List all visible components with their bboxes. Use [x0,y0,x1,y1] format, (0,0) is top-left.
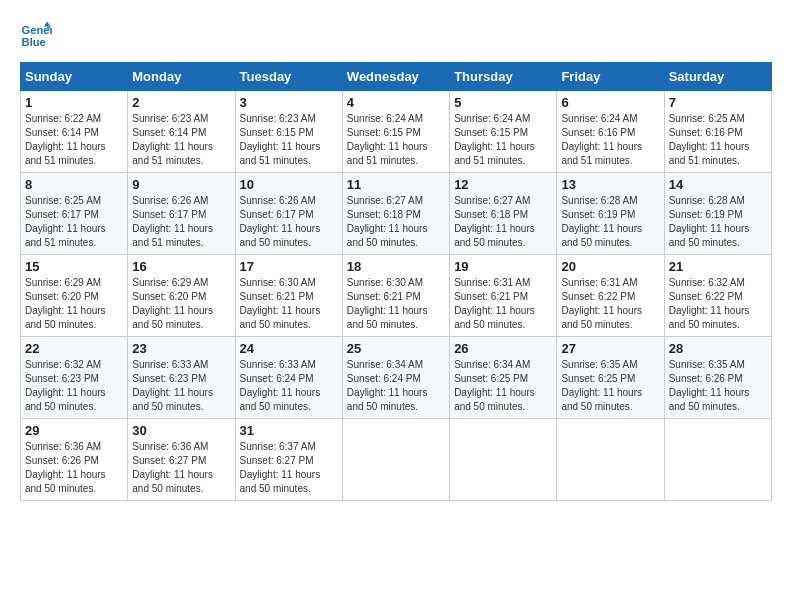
day-info: Sunrise: 6:33 AM Sunset: 6:24 PM Dayligh… [240,358,338,414]
day-info: Sunrise: 6:24 AM Sunset: 6:16 PM Dayligh… [561,112,659,168]
svg-text:Blue: Blue [22,36,46,48]
day-number: 6 [561,95,659,110]
day-number: 8 [25,177,123,192]
calendar-cell: 17Sunrise: 6:30 AM Sunset: 6:21 PM Dayli… [235,255,342,337]
day-info: Sunrise: 6:36 AM Sunset: 6:26 PM Dayligh… [25,440,123,496]
day-info: Sunrise: 6:24 AM Sunset: 6:15 PM Dayligh… [454,112,552,168]
day-number: 11 [347,177,445,192]
day-number: 9 [132,177,230,192]
day-info: Sunrise: 6:28 AM Sunset: 6:19 PM Dayligh… [561,194,659,250]
calendar-cell: 9Sunrise: 6:26 AM Sunset: 6:17 PM Daylig… [128,173,235,255]
calendar-week-5: 29Sunrise: 6:36 AM Sunset: 6:26 PM Dayli… [21,419,772,501]
day-info: Sunrise: 6:33 AM Sunset: 6:23 PM Dayligh… [132,358,230,414]
day-number: 28 [669,341,767,356]
calendar-table: SundayMondayTuesdayWednesdayThursdayFrid… [20,62,772,501]
day-number: 5 [454,95,552,110]
day-number: 24 [240,341,338,356]
day-number: 12 [454,177,552,192]
calendar-week-1: 1Sunrise: 6:22 AM Sunset: 6:14 PM Daylig… [21,91,772,173]
column-header-saturday: Saturday [664,63,771,91]
calendar-cell: 3Sunrise: 6:23 AM Sunset: 6:15 PM Daylig… [235,91,342,173]
calendar-cell: 6Sunrise: 6:24 AM Sunset: 6:16 PM Daylig… [557,91,664,173]
column-header-thursday: Thursday [450,63,557,91]
calendar-cell: 25Sunrise: 6:34 AM Sunset: 6:24 PM Dayli… [342,337,449,419]
day-info: Sunrise: 6:35 AM Sunset: 6:25 PM Dayligh… [561,358,659,414]
day-number: 7 [669,95,767,110]
calendar-cell [342,419,449,501]
day-info: Sunrise: 6:31 AM Sunset: 6:22 PM Dayligh… [561,276,659,332]
day-number: 30 [132,423,230,438]
logo-icon: General Blue [20,20,52,52]
calendar-cell: 16Sunrise: 6:29 AM Sunset: 6:20 PM Dayli… [128,255,235,337]
day-info: Sunrise: 6:26 AM Sunset: 6:17 PM Dayligh… [240,194,338,250]
column-header-friday: Friday [557,63,664,91]
calendar-cell: 10Sunrise: 6:26 AM Sunset: 6:17 PM Dayli… [235,173,342,255]
calendar-cell: 29Sunrise: 6:36 AM Sunset: 6:26 PM Dayli… [21,419,128,501]
day-number: 31 [240,423,338,438]
day-info: Sunrise: 6:27 AM Sunset: 6:18 PM Dayligh… [454,194,552,250]
calendar-cell [664,419,771,501]
calendar-cell: 28Sunrise: 6:35 AM Sunset: 6:26 PM Dayli… [664,337,771,419]
calendar-cell: 21Sunrise: 6:32 AM Sunset: 6:22 PM Dayli… [664,255,771,337]
day-number: 19 [454,259,552,274]
column-header-monday: Monday [128,63,235,91]
day-number: 18 [347,259,445,274]
day-number: 4 [347,95,445,110]
day-info: Sunrise: 6:25 AM Sunset: 6:16 PM Dayligh… [669,112,767,168]
calendar-header-row: SundayMondayTuesdayWednesdayThursdayFrid… [21,63,772,91]
day-number: 1 [25,95,123,110]
day-number: 17 [240,259,338,274]
calendar-cell: 26Sunrise: 6:34 AM Sunset: 6:25 PM Dayli… [450,337,557,419]
calendar-cell: 15Sunrise: 6:29 AM Sunset: 6:20 PM Dayli… [21,255,128,337]
calendar-cell: 5Sunrise: 6:24 AM Sunset: 6:15 PM Daylig… [450,91,557,173]
calendar-cell: 14Sunrise: 6:28 AM Sunset: 6:19 PM Dayli… [664,173,771,255]
day-number: 15 [25,259,123,274]
day-info: Sunrise: 6:29 AM Sunset: 6:20 PM Dayligh… [25,276,123,332]
day-info: Sunrise: 6:25 AM Sunset: 6:17 PM Dayligh… [25,194,123,250]
day-info: Sunrise: 6:30 AM Sunset: 6:21 PM Dayligh… [347,276,445,332]
calendar-cell: 1Sunrise: 6:22 AM Sunset: 6:14 PM Daylig… [21,91,128,173]
calendar-cell: 31Sunrise: 6:37 AM Sunset: 6:27 PM Dayli… [235,419,342,501]
calendar-cell: 13Sunrise: 6:28 AM Sunset: 6:19 PM Dayli… [557,173,664,255]
day-number: 16 [132,259,230,274]
day-info: Sunrise: 6:22 AM Sunset: 6:14 PM Dayligh… [25,112,123,168]
day-info: Sunrise: 6:24 AM Sunset: 6:15 PM Dayligh… [347,112,445,168]
day-info: Sunrise: 6:31 AM Sunset: 6:21 PM Dayligh… [454,276,552,332]
day-info: Sunrise: 6:29 AM Sunset: 6:20 PM Dayligh… [132,276,230,332]
day-info: Sunrise: 6:27 AM Sunset: 6:18 PM Dayligh… [347,194,445,250]
day-info: Sunrise: 6:36 AM Sunset: 6:27 PM Dayligh… [132,440,230,496]
day-info: Sunrise: 6:30 AM Sunset: 6:21 PM Dayligh… [240,276,338,332]
calendar-cell [557,419,664,501]
calendar-cell: 24Sunrise: 6:33 AM Sunset: 6:24 PM Dayli… [235,337,342,419]
day-number: 3 [240,95,338,110]
day-info: Sunrise: 6:23 AM Sunset: 6:15 PM Dayligh… [240,112,338,168]
day-number: 27 [561,341,659,356]
day-info: Sunrise: 6:32 AM Sunset: 6:22 PM Dayligh… [669,276,767,332]
calendar-week-4: 22Sunrise: 6:32 AM Sunset: 6:23 PM Dayli… [21,337,772,419]
day-number: 22 [25,341,123,356]
day-number: 25 [347,341,445,356]
calendar-cell: 4Sunrise: 6:24 AM Sunset: 6:15 PM Daylig… [342,91,449,173]
calendar-week-3: 15Sunrise: 6:29 AM Sunset: 6:20 PM Dayli… [21,255,772,337]
day-info: Sunrise: 6:23 AM Sunset: 6:14 PM Dayligh… [132,112,230,168]
day-number: 21 [669,259,767,274]
calendar-cell: 22Sunrise: 6:32 AM Sunset: 6:23 PM Dayli… [21,337,128,419]
day-number: 20 [561,259,659,274]
day-number: 29 [25,423,123,438]
day-info: Sunrise: 6:35 AM Sunset: 6:26 PM Dayligh… [669,358,767,414]
day-number: 2 [132,95,230,110]
day-number: 14 [669,177,767,192]
day-number: 10 [240,177,338,192]
column-header-wednesday: Wednesday [342,63,449,91]
day-info: Sunrise: 6:37 AM Sunset: 6:27 PM Dayligh… [240,440,338,496]
calendar-cell: 27Sunrise: 6:35 AM Sunset: 6:25 PM Dayli… [557,337,664,419]
calendar-cell: 18Sunrise: 6:30 AM Sunset: 6:21 PM Dayli… [342,255,449,337]
logo: General Blue [20,20,56,52]
column-header-tuesday: Tuesday [235,63,342,91]
calendar-cell: 12Sunrise: 6:27 AM Sunset: 6:18 PM Dayli… [450,173,557,255]
calendar-cell: 23Sunrise: 6:33 AM Sunset: 6:23 PM Dayli… [128,337,235,419]
calendar-cell: 11Sunrise: 6:27 AM Sunset: 6:18 PM Dayli… [342,173,449,255]
calendar-cell: 20Sunrise: 6:31 AM Sunset: 6:22 PM Dayli… [557,255,664,337]
calendar-cell: 8Sunrise: 6:25 AM Sunset: 6:17 PM Daylig… [21,173,128,255]
calendar-cell: 30Sunrise: 6:36 AM Sunset: 6:27 PM Dayli… [128,419,235,501]
